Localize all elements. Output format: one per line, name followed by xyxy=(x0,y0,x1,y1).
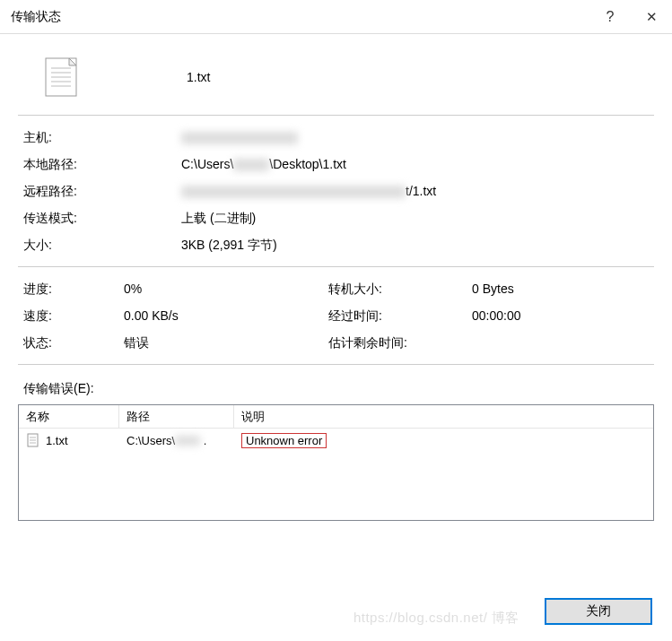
dialog-footer: 关闭 xyxy=(545,598,652,625)
progress-value: 0% xyxy=(124,282,328,298)
eta-label: 估计剩余时间: xyxy=(328,335,472,351)
speed-value: 0.00 KB/s xyxy=(124,308,328,325)
error-description: Unknown error xyxy=(241,433,327,448)
local-path-prefix: C:\Users\ xyxy=(181,157,233,171)
size-label: 大小: xyxy=(23,238,181,254)
file-name: 1.txt xyxy=(187,70,210,84)
error-path-suffix: . xyxy=(204,434,207,447)
speed-label: 速度: xyxy=(23,308,124,325)
error-path-cell: C:\Users\ . xyxy=(119,434,234,447)
error-row[interactable]: 1.txt C:\Users\ . Unknown error xyxy=(19,429,653,450)
remote-path-label: 远程路径: xyxy=(23,184,181,200)
file-icon xyxy=(43,56,79,99)
status-value: 错误 xyxy=(124,335,328,351)
host-label: 主机: xyxy=(23,130,181,146)
host-value xyxy=(181,130,654,146)
errors-header: 名称 路径 说明 xyxy=(19,405,653,429)
errors-list[interactable]: 名称 路径 说明 1.txt C:\Users\ . xyxy=(18,404,654,521)
transfer-size-label: 转机大小: xyxy=(328,282,472,298)
transfer-size-value: 0 Bytes xyxy=(472,282,654,298)
info-section: 主机: 本地路径: C:\Users\\Desktop\1.txt 远程路径: … xyxy=(18,128,654,266)
mode-value: 上载 (二进制) xyxy=(181,211,654,227)
divider xyxy=(18,364,654,365)
col-name-header[interactable]: 名称 xyxy=(19,405,119,428)
file-header: 1.txt xyxy=(18,50,654,115)
error-path-prefix: C:\Users\ xyxy=(127,434,175,447)
remote-path-suffix: t/1.txt xyxy=(406,184,436,198)
size-value: 3KB (2,991 字节) xyxy=(181,238,654,254)
close-button[interactable]: 关闭 xyxy=(545,598,652,625)
errors-section-label: 传输错误(E): xyxy=(18,377,654,404)
local-path-suffix: \Desktop\1.txt xyxy=(269,157,346,171)
divider xyxy=(18,266,654,267)
divider xyxy=(18,115,654,116)
remote-path-value: t/1.txt xyxy=(181,184,654,200)
progress-label: 进度: xyxy=(23,282,124,298)
local-path-label: 本地路径: xyxy=(23,157,181,173)
file-icon xyxy=(26,433,40,447)
dialog-content: 1.txt 主机: 本地路径: C:\Users\\Desktop\1.txt … xyxy=(0,34,672,521)
elapsed-label: 经过时间: xyxy=(328,308,472,325)
local-path-value: C:\Users\\Desktop\1.txt xyxy=(181,157,654,173)
col-path-header[interactable]: 路径 xyxy=(119,405,234,428)
close-window-button[interactable]: ✕ xyxy=(631,0,672,34)
elapsed-value: 00:00:00 xyxy=(472,308,654,325)
status-label: 状态: xyxy=(23,335,124,351)
error-desc-cell: Unknown error xyxy=(234,433,653,448)
help-button[interactable]: ? xyxy=(589,0,631,34)
progress-section: 进度: 0% 转机大小: 0 Bytes 速度: 0.00 KB/s 经过时间:… xyxy=(18,280,654,364)
error-name-cell: 1.txt xyxy=(19,433,119,447)
error-name: 1.txt xyxy=(46,434,68,447)
titlebar: 传输状态 ? ✕ xyxy=(0,0,672,34)
window-title: 传输状态 xyxy=(11,9,589,25)
col-desc-header[interactable]: 说明 xyxy=(234,405,653,428)
mode-label: 传送模式: xyxy=(23,211,181,227)
eta-value xyxy=(472,335,654,351)
watermark: https://blog.csdn.net/ 博客 xyxy=(353,610,519,627)
